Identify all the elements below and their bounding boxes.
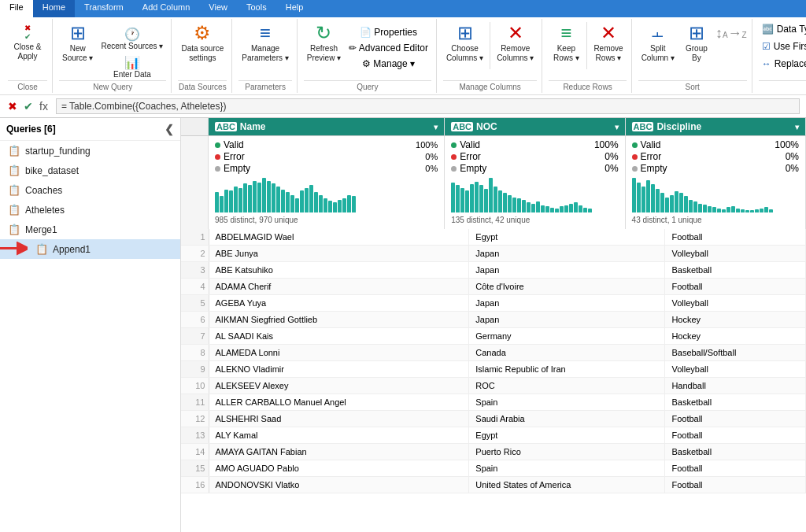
manage-button[interactable]: ⚙ Manage ▾ bbox=[346, 57, 431, 71]
table-row[interactable]: 10ALEKSEEV AlexeyROCHandball bbox=[181, 378, 806, 394]
cell-value: ABDELMAGID Wael bbox=[209, 229, 469, 246]
ribbon-group-data-sources: ⚙ Data sourcesettings Data Sources bbox=[173, 19, 232, 93]
table-row[interactable]: 1ABDELMAGID WaelEgyptFootball bbox=[181, 229, 806, 246]
close-apply-label: Close &Apply bbox=[13, 42, 41, 61]
col-header-label-discipline: Discipline bbox=[656, 121, 792, 132]
tab-tools[interactable]: Tools bbox=[237, 0, 276, 17]
table-row[interactable]: 4ADAMA CherifCôte d'IvoireFootball bbox=[181, 279, 806, 295]
data-source-settings-button[interactable]: ⚙ Data sourcesettings bbox=[178, 22, 227, 65]
cell-value: ABE Junya bbox=[209, 246, 469, 262]
row-number: 9 bbox=[181, 361, 209, 378]
data-type-button[interactable]: 🔤 Data Type: Text ▾ bbox=[759, 22, 806, 36]
cell-value: Football bbox=[665, 279, 806, 295]
cell-value: Japan bbox=[469, 262, 665, 279]
split-column-button[interactable]: ⫠ SplitColumn ▾ bbox=[638, 22, 678, 65]
properties-button[interactable]: 📄 Properties bbox=[346, 25, 431, 39]
col-header-filter-name[interactable]: ▾ bbox=[434, 123, 438, 131]
cell-value: ROC bbox=[469, 378, 665, 394]
cell-value: Football bbox=[665, 411, 806, 427]
empty-dot-name bbox=[215, 166, 220, 172]
sidebar-item-label-append1: Append1 bbox=[53, 244, 91, 255]
sidebar-item-startup-funding[interactable]: 📋 startup_funding bbox=[0, 141, 180, 161]
tab-help[interactable]: Help bbox=[276, 0, 313, 17]
sidebar-item-coaches[interactable]: 📋 Coaches bbox=[0, 180, 180, 200]
table-row[interactable]: 12ALSHEHRI SaadSaudi ArabiaFootball bbox=[181, 411, 806, 427]
refresh-preview-icon: ↻ bbox=[316, 24, 331, 42]
advanced-editor-button[interactable]: ✏ Advanced Editor bbox=[346, 41, 431, 55]
col-header-discipline[interactable]: ABC Discipline ▾ bbox=[626, 118, 806, 135]
function-icon: fx bbox=[38, 98, 50, 114]
split-column-label: SplitColumn ▾ bbox=[641, 44, 675, 63]
col-header-noc[interactable]: ABC NOC ▾ bbox=[445, 118, 625, 135]
tab-view[interactable]: View bbox=[199, 0, 237, 17]
cell-value: Football bbox=[665, 460, 806, 477]
cell-value: Germany bbox=[469, 328, 665, 345]
sidebar-item-atheletes[interactable]: 📋 Atheletes bbox=[0, 200, 180, 220]
remove-columns-button[interactable]: ✕ RemoveColumns ▾ bbox=[494, 22, 537, 65]
col-type-icon-noc: ABC bbox=[451, 122, 473, 131]
recent-sources-button[interactable]: 🕐 Recent Sources ▾ bbox=[98, 25, 166, 52]
refresh-preview-button[interactable]: ↻ RefreshPreview ▾ bbox=[304, 22, 344, 65]
tab-home[interactable]: Home bbox=[33, 0, 75, 17]
sidebar-item-icon-atheletes: 📋 bbox=[8, 204, 20, 216]
table-row[interactable]: 8ALAMEDA LonniCanadaBaseball/Softball bbox=[181, 345, 806, 361]
table-row[interactable]: 5AGEBA YuyaJapanVolleyball bbox=[181, 295, 806, 312]
table-row[interactable]: 15AMO AGUADO PabloSpainFootball bbox=[181, 460, 806, 477]
sidebar-item-bike-dataset[interactable]: 📋 bike_dataset bbox=[0, 161, 180, 180]
row-number: 12 bbox=[181, 411, 209, 427]
row-number: 7 bbox=[181, 328, 209, 345]
table-row[interactable]: 9ALEKNO VladimirIslamic Republic of Iran… bbox=[181, 361, 806, 378]
table-row[interactable]: 11ALLER CARBALLO Manuel AngelSpainBasket… bbox=[181, 394, 806, 411]
group-by-button[interactable]: ⊞ GroupBy bbox=[679, 22, 714, 65]
table-row[interactable]: 13ALY KamalEgyptFootball bbox=[181, 427, 806, 444]
col-header-name[interactable]: ABC Name ▾ bbox=[209, 118, 445, 135]
red-arrow-annotation bbox=[0, 236, 28, 262]
ribbon-content: ✖ ✔ Close &Apply Close ⊞ NewSource ▾ 🕐 bbox=[0, 17, 806, 94]
new-source-button[interactable]: ⊞ NewSource ▾ bbox=[59, 22, 96, 65]
remove-rows-button[interactable]: ✕ RemoveRows ▾ bbox=[590, 22, 626, 65]
ribbon-group-new-query: ⊞ NewSource ▾ 🕐 Recent Sources ▾ 📊 Enter… bbox=[54, 19, 172, 93]
tab-file[interactable]: File bbox=[0, 0, 33, 17]
row-number: 1 bbox=[181, 229, 209, 246]
table-row[interactable]: 2ABE JunyaJapanVolleyball bbox=[181, 246, 806, 262]
ribbon-group-query: ↻ RefreshPreview ▾ 📄 Properties ✏ Advanc… bbox=[299, 19, 437, 93]
enter-data-button[interactable]: 📊 Enter Data bbox=[98, 54, 166, 80]
col-header-filter-discipline[interactable]: ▾ bbox=[795, 123, 799, 131]
cell-value: Basketball bbox=[665, 444, 806, 460]
table-row[interactable]: 7AL SAADI KaisGermanyHockey bbox=[181, 328, 806, 345]
confirm-formula-icon[interactable]: ✔ bbox=[22, 98, 35, 114]
formula-input[interactable]: = Table.Combine({Coaches, Atheletes}) bbox=[56, 98, 800, 114]
table-row[interactable]: 16ANDONOVSKI VlatkoUnited States of Amer… bbox=[181, 477, 806, 493]
close-apply-button[interactable]: ✖ ✔ Close &Apply bbox=[8, 22, 47, 63]
sidebar-collapse-button[interactable]: ❮ bbox=[165, 123, 174, 135]
cell-value: Football bbox=[665, 229, 806, 246]
manage-parameters-button[interactable]: ≡ ManageParameters ▾ bbox=[238, 22, 291, 65]
remove-columns-label: RemoveColumns ▾ bbox=[497, 44, 534, 63]
tab-transform[interactable]: Transform bbox=[75, 0, 133, 17]
cell-value: Volleyball bbox=[665, 295, 806, 312]
tab-add-column[interactable]: Add Column bbox=[133, 0, 200, 17]
table-row[interactable]: 14AMAYA GAITAN FabianPuerto RicoBasketba… bbox=[181, 444, 806, 460]
cell-value: ALEKSEEV Alexey bbox=[209, 378, 469, 394]
cell-value: Côte d'Ivoire bbox=[469, 279, 665, 295]
ribbon-tab-bar: File Home Transform Add Column View Tool… bbox=[0, 0, 806, 17]
new-query-group-label: New Query bbox=[59, 80, 166, 93]
distinct-label-noc: 135 distinct, 42 unique bbox=[451, 214, 618, 226]
first-row-headers-button[interactable]: ☑ Use First Row as Headers ▾ bbox=[759, 39, 806, 54]
row-number: 13 bbox=[181, 427, 209, 444]
sidebar-header: Queries [6] ❮ bbox=[0, 118, 180, 141]
choose-columns-button[interactable]: ⊞ ChooseColumns ▾ bbox=[443, 22, 486, 65]
error-dot-name bbox=[215, 154, 220, 160]
transform-group-label: Transform bbox=[759, 80, 806, 93]
cell-value: ALAMEDA Lonni bbox=[209, 345, 469, 361]
data-source-settings-icon: ⚙ bbox=[194, 24, 211, 42]
keep-rows-button[interactable]: ≡ KeepRows ▾ bbox=[549, 22, 583, 65]
data-sources-group-label: Data Sources bbox=[178, 80, 227, 93]
row-number: 10 bbox=[181, 378, 209, 394]
col-header-filter-noc[interactable]: ▾ bbox=[615, 123, 619, 131]
row-number: 6 bbox=[181, 312, 209, 328]
table-row[interactable]: 3ABE KatsuhikoJapanBasketball bbox=[181, 262, 806, 279]
cancel-formula-icon[interactable]: ✖ bbox=[6, 98, 19, 114]
table-row[interactable]: 6AIKMAN Siegfried GottliebJapanHockey bbox=[181, 312, 806, 328]
replace-values-button[interactable]: ↔ Replace Values bbox=[759, 57, 806, 71]
